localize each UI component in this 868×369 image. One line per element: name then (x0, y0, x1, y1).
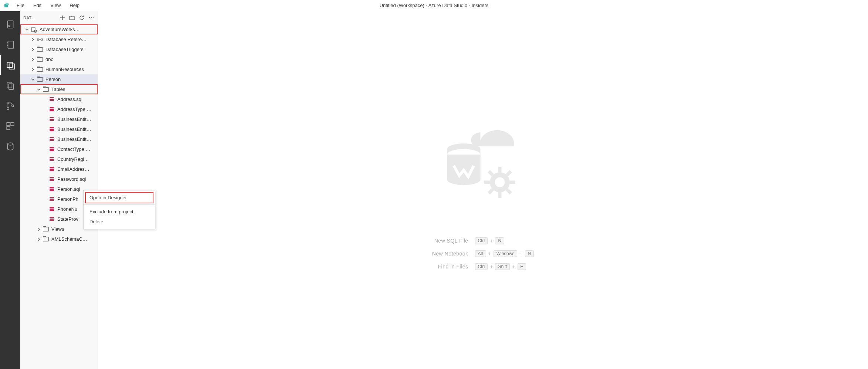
shortcut-label: Find in Files (432, 264, 468, 270)
svg-point-7 (7, 102, 9, 104)
folder-icon (37, 57, 43, 62)
refresh-icon[interactable] (78, 14, 85, 21)
more-icon[interactable] (88, 14, 95, 21)
chevron-right-icon[interactable] (36, 236, 42, 242)
folder-icon (43, 227, 49, 231)
chevron-right-icon[interactable] (30, 37, 36, 43)
tree-row[interactable]: CountryRegi… (20, 154, 98, 164)
shortcut-keys: Alt+Windows+N (475, 250, 534, 257)
context-menu-item[interactable]: Exclude from project (84, 207, 155, 217)
tree-row-label: BusinessEntit… (57, 136, 91, 142)
tree-row[interactable]: BusinessEntit… (20, 114, 98, 124)
tree-row-label: Database Refere… (45, 37, 87, 42)
tree-row-label: Tables (51, 87, 65, 92)
tree-row-label: HumanResources (45, 67, 84, 72)
svg-point-24 (495, 177, 505, 187)
tree-row[interactable]: Address.sql (20, 94, 98, 104)
chevron-right-icon[interactable] (30, 67, 36, 72)
tree-row[interactable]: AddressType.… (20, 104, 98, 114)
svg-rect-4 (9, 64, 14, 69)
tree-row[interactable]: Database Refere… (20, 34, 98, 44)
tree-row-label: Password.sql (57, 176, 86, 182)
new-icon[interactable] (59, 14, 66, 21)
sql-file-icon (48, 107, 55, 112)
context-menu-separator (84, 204, 155, 205)
chevron-down-icon[interactable] (24, 27, 30, 33)
chevron-right-icon[interactable] (36, 226, 42, 232)
menu-edit[interactable]: Edit (30, 1, 45, 10)
twisty-none (42, 216, 48, 222)
twisty-none (42, 176, 48, 182)
svg-point-18 (34, 30, 37, 31)
tree-row-label: Views (51, 226, 64, 232)
tree-row-label: dbo (45, 57, 54, 62)
tree-row[interactable]: BusinessEntit… (20, 124, 98, 134)
key: Shift (495, 263, 510, 270)
folder-icon (37, 77, 43, 82)
twisty-none (42, 106, 48, 112)
svg-rect-2 (8, 41, 13, 48)
tree-row[interactable]: AdventureWorks… (20, 24, 98, 34)
activity-explorer[interactable] (0, 55, 20, 75)
svg-rect-19 (37, 39, 39, 40)
reference-icon (37, 37, 43, 43)
tree-row[interactable]: DatabaseTriggers (20, 44, 98, 54)
menu-view[interactable]: View (47, 1, 64, 10)
activity-connections[interactable] (0, 14, 20, 34)
svg-rect-12 (7, 126, 10, 130)
tree-row[interactable]: ContactType.… (20, 144, 98, 154)
twisty-none (42, 156, 48, 162)
tree-row-label: DatabaseTriggers (45, 47, 84, 52)
chevron-right-icon[interactable] (30, 47, 36, 53)
chevron-down-icon[interactable] (30, 77, 36, 82)
context-menu-item[interactable]: Delete (84, 217, 155, 227)
svg-point-15 (91, 17, 92, 18)
svg-rect-11 (11, 122, 14, 126)
svg-rect-10 (7, 122, 10, 126)
shortcut-label: New Notebook (432, 251, 468, 257)
svg-rect-6 (9, 84, 13, 89)
tree-row[interactable]: HumanResources (20, 64, 98, 74)
sql-file-icon (48, 177, 55, 182)
twisty-none (42, 206, 48, 212)
window-title: Untitled (Workspace) - Azure Data Studio… (0, 3, 868, 8)
tree-row[interactable]: Person (20, 74, 98, 84)
svg-point-9 (11, 105, 13, 106)
key: Ctrl (475, 263, 488, 270)
tree-row[interactable]: XMLSchemaC… (20, 234, 98, 244)
menu-file[interactable]: File (13, 1, 28, 10)
tree-row[interactable]: BusinessEntit… (20, 134, 98, 144)
tree-row-label: BusinessEntit… (57, 116, 91, 122)
shortcut-label: New SQL File (432, 238, 468, 244)
tree-row-label: PhoneNu (57, 206, 77, 212)
menu-help[interactable]: Help (66, 1, 83, 10)
sql-file-icon (48, 97, 55, 102)
activity-extensions[interactable] (0, 116, 20, 136)
sql-file-icon (48, 127, 55, 132)
titlebar: File Edit View Help Untitled (Workspace)… (0, 0, 868, 11)
twisty-none (42, 97, 48, 102)
tree-row[interactable]: Tables (20, 84, 98, 94)
context-menu: Open in DesignerExclude from projectDele… (83, 190, 155, 229)
context-menu-item[interactable]: Open in Designer (84, 193, 155, 203)
chevron-right-icon[interactable] (30, 57, 36, 62)
activity-database[interactable] (0, 136, 20, 156)
chevron-down-icon[interactable] (36, 87, 42, 92)
plus-icon: + (490, 264, 493, 270)
activity-source-control[interactable] (0, 95, 20, 116)
tree-row[interactable]: Password.sql (20, 174, 98, 184)
key: Alt (475, 250, 486, 257)
svg-point-16 (93, 17, 94, 18)
twisty-none (42, 196, 48, 202)
sql-file-icon (48, 187, 55, 192)
tree-row[interactable]: dbo (20, 54, 98, 64)
tree-row-label: CountryRegi… (57, 156, 89, 162)
app-logo (0, 2, 13, 9)
open-folder-icon[interactable] (69, 14, 75, 21)
tree-row[interactable]: EmailAddres… (20, 164, 98, 174)
activity-copy[interactable] (0, 75, 20, 95)
key: Ctrl (475, 237, 488, 244)
activity-notebooks[interactable] (0, 34, 20, 55)
plus-icon: + (488, 251, 491, 257)
sql-file-icon (48, 157, 55, 162)
